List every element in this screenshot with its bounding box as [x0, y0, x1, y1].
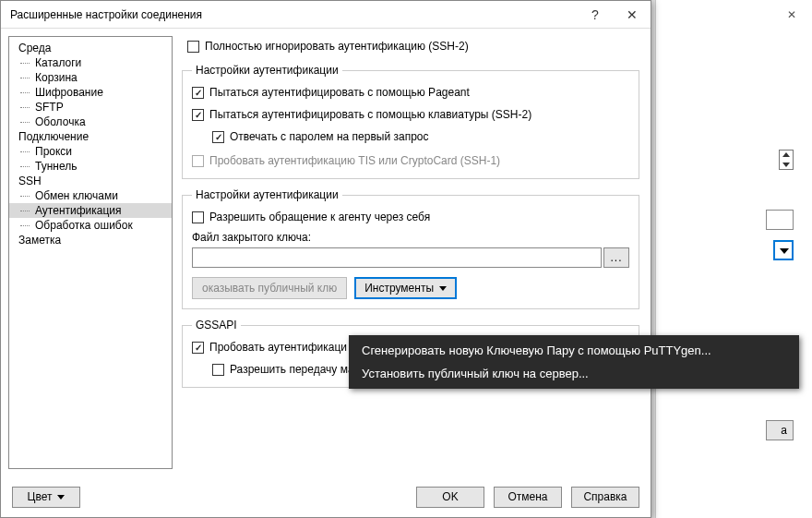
gssapi-try-checkbox[interactable] [192, 342, 204, 354]
tree-item-label: Обмен ключами [35, 189, 118, 202]
tree-item-среда[interactable]: Среда [9, 41, 172, 55]
category-tree[interactable]: СредаКаталогиКорзинаШифрованиеSFTPОболоч… [8, 36, 173, 469]
tree-item-каталоги[interactable]: Каталоги [9, 55, 172, 70]
tree-item-label: Каталоги [35, 56, 81, 69]
ok-button[interactable]: OK [416, 487, 484, 508]
bypass-auth-checkbox[interactable] [187, 41, 199, 53]
pageant-label: Пытаться аутентифицировать с помощью Pag… [209, 86, 470, 99]
dialog-button-bar: Цвет OK Отмена Справка [1, 476, 651, 517]
color-label: Цвет [28, 490, 53, 503]
agent-fwd-checkbox[interactable] [192, 211, 204, 223]
show-public-key-button: оказывать публичный клю [192, 277, 347, 299]
tree-item-label: Прокси [35, 145, 72, 158]
respond-pw-label: Отвечать с паролем на первый запрос [230, 130, 428, 143]
auth-options-group-1: Настройки аутентификации Пытаться аутент… [182, 64, 639, 179]
gssapi-title: GSSAPI [192, 319, 241, 331]
settings-panel: Полностью игнорировать аутентификацию (S… [178, 36, 643, 469]
auth-group2-title: Настройки аутентификации [192, 188, 342, 201]
tree-item-label: Туннель [35, 160, 77, 173]
tree-item-ssh[interactable]: SSH [9, 174, 172, 188]
tree-item-label: Аутентификация [35, 204, 122, 217]
tis-label: Пробовать аутентификацию TIS или CryptoC… [209, 154, 500, 167]
tree-item-туннель[interactable]: Туннель [9, 159, 172, 174]
advanced-settings-dialog: Расширенные настройки соединения ? ✕ Сре… [0, 0, 651, 518]
pageant-checkbox[interactable] [192, 87, 204, 99]
keyboard-label: Пытаться аутентифицировать с помощью кла… [209, 108, 531, 121]
tree-item-корзина[interactable]: Корзина [9, 70, 172, 85]
tis-checkbox [192, 155, 204, 167]
help-button-bottom[interactable]: Справка [571, 487, 639, 508]
tree-item-label: Оболочка [35, 115, 86, 128]
cancel-button[interactable]: Отмена [494, 487, 562, 508]
tree-item-label: Заметка [18, 234, 61, 247]
tools-dropdown-menu: Сгенерировать новую Ключевую Пару с помо… [349, 335, 799, 389]
gssapi-try-label: Пробовать аутентификаци [209, 341, 347, 354]
tree-item-sftp[interactable]: SFTP [9, 100, 172, 114]
tree-item-заметка[interactable]: Заметка [9, 233, 172, 247]
auth-group1-title: Настройки аутентификации [192, 64, 342, 77]
tree-item-обработка ошибок[interactable]: Обработка ошибок [9, 218, 172, 233]
bg-button[interactable]: а [766, 420, 794, 440]
tree-item-label: Среда [18, 42, 51, 54]
keyfile-browse-button[interactable]: ... [603, 247, 629, 268]
auth-options-group-2: Настройки аутентификации Разрешить обращ… [182, 188, 639, 309]
keyfile-label: Файл закрытого ключа: [192, 231, 629, 244]
tree-item-оболочка[interactable]: Оболочка [9, 114, 172, 129]
color-button[interactable]: Цвет [12, 487, 80, 508]
tree-item-шифрование[interactable]: Шифрование [9, 85, 172, 100]
bg-combo[interactable] [773, 240, 794, 260]
chevron-down-icon [57, 495, 65, 500]
bypass-auth-label: Полностью игнорировать аутентификацию (S… [205, 40, 469, 53]
tree-item-обмен ключами[interactable]: Обмен ключами [9, 188, 172, 203]
close-button[interactable]: ✕ [614, 1, 651, 29]
chevron-down-icon [439, 286, 447, 291]
bg-spinner[interactable] [779, 150, 794, 170]
respond-pw-checkbox[interactable] [212, 131, 224, 143]
menu-install-public-key[interactable]: Установить публичный ключ на сервер... [349, 362, 799, 385]
tree-item-label: Корзина [35, 71, 78, 84]
agent-fwd-label: Разрешить обращение к агенту через себя [209, 211, 430, 223]
bg-text-field[interactable] [766, 210, 794, 230]
tree-item-label: Шифрование [35, 86, 103, 99]
tools-label: Инструменты [364, 282, 434, 295]
tree-item-label: SFTP [35, 101, 64, 114]
dialog-title: Расширенные настройки соединения [10, 8, 577, 21]
bg-close-button[interactable]: ✕ [770, 0, 812, 30]
keyboard-checkbox[interactable] [192, 109, 204, 121]
tree-item-прокси[interactable]: Прокси [9, 144, 172, 159]
tree-item-аутентификация[interactable]: Аутентификация [9, 203, 172, 218]
tree-item-подключение[interactable]: Подключение [9, 129, 172, 144]
tree-item-label: Обработка ошибок [35, 219, 133, 232]
tree-item-label: SSH [18, 175, 42, 187]
tree-item-label: Подключение [18, 130, 89, 143]
menu-generate-keypair[interactable]: Сгенерировать новую Ключевую Пару с помо… [349, 339, 799, 362]
help-button[interactable]: ? [577, 1, 614, 29]
background-window: ✕ а [655, 0, 812, 518]
tools-dropdown-button[interactable]: Инструменты [354, 277, 457, 299]
show-public-key-label: оказывать публичный клю [202, 282, 337, 295]
keyfile-input[interactable] [192, 247, 602, 268]
gssapi-deleg-checkbox[interactable] [212, 364, 224, 376]
titlebar: Расширенные настройки соединения ? ✕ [1, 1, 651, 29]
